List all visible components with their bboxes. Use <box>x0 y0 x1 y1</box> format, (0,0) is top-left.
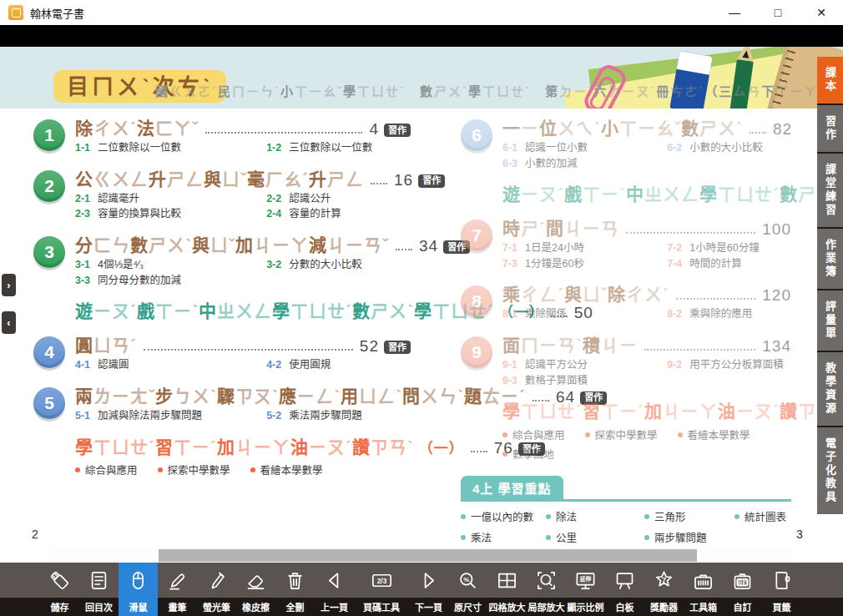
panel-collapse-arrow[interactable]: ‹ <box>2 311 16 334</box>
chapter-body: 時ㄕˊ間ㄐㄧㄢ1007-11日是24小時7-21小時是60分鐘7-31分鐘是60… <box>502 219 791 270</box>
workbook-badge[interactable]: 習作 <box>384 341 411 354</box>
section-link[interactable]: 7-4時間的計算 <box>667 258 791 271</box>
section-link[interactable]: 2-3容量的換算與比較 <box>75 208 266 221</box>
section-link[interactable]: 5-2乘法兩步驟問題 <box>266 410 411 423</box>
title-character: 小 <box>601 119 619 138</box>
section-link[interactable]: 5-1加減與除法兩步驟問題 <box>75 410 266 423</box>
sidebar-tab-習作[interactable]: 習作 <box>817 105 843 152</box>
section-link[interactable]: 1-2三位數除以一位數 <box>266 142 411 155</box>
chapter-number-chip[interactable]: 4 <box>33 336 65 368</box>
toolbar-button-下一頁[interactable]: 下一頁 <box>409 563 448 616</box>
chapter-page-number: 4 <box>369 121 379 137</box>
section-link[interactable]: 7-11日是24小時 <box>502 242 667 255</box>
sidebar-tab-評量單[interactable]: 評量單 <box>817 290 843 351</box>
section-link[interactable]: 1-1二位數除以一位數 <box>75 142 266 155</box>
minimize-button[interactable]: — <box>713 0 756 25</box>
section-number: 9-3 <box>502 375 517 388</box>
section-link[interactable]: 7-21小時是60分鐘 <box>667 242 791 255</box>
toolbar-button-工具箱[interactable]: 工具箱 <box>684 563 723 616</box>
toolbar-button-顯示比例[interactable]: 延伸顯示比例 <box>566 563 605 616</box>
chapter-title-row[interactable]: 乘ㄔㄥˊ與ㄩˇ除ㄔㄨˊ120 <box>502 285 791 304</box>
sidebar-tab-電子化教具[interactable]: 電子化教具 <box>817 427 843 514</box>
chapter-number-chip[interactable]: 1 <box>33 119 65 151</box>
section-link[interactable]: 7-31分鐘是60秒 <box>502 258 667 271</box>
zhuyin-annotation: ㄨㄣˋ <box>421 386 464 406</box>
title-character: 除 <box>608 285 626 304</box>
chapter-title-row[interactable]: 除ㄔㄨˊ法ㄈㄚˇ4習作 <box>75 119 411 138</box>
title-character: 習 <box>155 437 174 457</box>
section-link[interactable]: 9-1認識平方公分 <box>502 359 667 372</box>
horizontal-scrollbar-thumb[interactable] <box>159 549 697 562</box>
workbook-badge[interactable]: 習作 <box>418 174 445 188</box>
toolbar-button-局部放大[interactable]: 局部放大 <box>527 563 566 616</box>
toolbar-button-橡皮擦[interactable]: 橡皮擦 <box>236 563 275 616</box>
sidebar-tab-教學資源[interactable]: 教學資源 <box>817 352 843 426</box>
section-link[interactable]: 4-1認識圓 <box>75 359 266 372</box>
chapter-number-chip[interactable]: 5 <box>33 387 65 419</box>
toolbar-button-原尺寸[interactable]: %原尺寸 <box>448 563 487 616</box>
chapter-number-chip[interactable]: 2 <box>33 170 65 202</box>
chapter-entry: 1除ㄔㄨˊ法ㄈㄚˇ4習作1-1二位數除以一位數1-2三位數除以一位數 <box>33 119 411 155</box>
chapter-number-chip[interactable]: 3 <box>33 236 65 268</box>
chapter-title-row[interactable]: 分ㄈㄣ數ㄕㄨˋ與ㄩˇ加ㄐㄧㄚ減ㄐㄧㄢˇ34習作 <box>75 235 411 255</box>
section-link[interactable]: 8-1乘除關係 <box>502 308 667 321</box>
toolbar-button-上一頁[interactable]: 上一頁 <box>315 563 354 616</box>
chapter-title-row[interactable]: 時ㄕˊ間ㄐㄧㄢ100 <box>502 219 791 238</box>
chapter-title-row[interactable]: 兩ㄌㄧㄤˇ步ㄅㄨˋ驟ㄗㄡˋ應ㄧㄥˋ用ㄩㄥˋ問ㄨㄣˋ題ㄊㄧˊ64習作 <box>75 386 411 406</box>
title-character: 學 <box>75 437 93 457</box>
section-link[interactable]: 6-2小數的大小比較 <box>667 142 791 155</box>
toolbar-button-螢光筆[interactable]: 螢光筆 <box>197 563 236 616</box>
feature-title-row[interactable]: 學ㄒㄩㄝˊ習ㄒㄧˊ加ㄐㄧㄚ油ㄧㄡˊ讚ㄗㄢˋ （二）146 <box>502 401 791 422</box>
section-link[interactable]: 2-1認識毫升 <box>75 193 266 206</box>
sidebar-tab-課本[interactable]: 課本 <box>817 57 843 104</box>
chapter-title-row[interactable]: 公ㄍㄨㄥ升ㄕㄥ與ㄩˇ毫ㄏㄠˊ升ㄕㄥ16習作 <box>75 169 411 189</box>
sidebar-tab-課堂練習[interactable]: 課堂練習 <box>817 154 843 227</box>
title-bar: 翰林電子書 — □ ✕ <box>0 0 843 25</box>
chapter-title-row[interactable]: 一ㄧ位ㄨㄟˋ小ㄒㄧㄠˇ數ㄕㄨˋ82 <box>502 119 791 138</box>
section-link[interactable]: 9-3數格子算面積 <box>502 375 667 388</box>
toolbar-button-頁籤[interactable]: 頁籤 <box>762 563 801 616</box>
chapter-number-chip[interactable]: 8 <box>461 285 492 317</box>
section-link[interactable]: 9-2用平方公分板算面積 <box>667 359 791 372</box>
maximize-button[interactable]: □ <box>756 0 800 25</box>
title-character: 六 <box>593 84 608 98</box>
section-link[interactable]: 2-2認識公升 <box>266 193 411 206</box>
chapter-number-chip[interactable]: 6 <box>461 119 492 151</box>
workbook-badge[interactable]: 習作 <box>384 124 411 137</box>
toolbar-button-全刪[interactable]: 全刪 <box>275 563 315 616</box>
right-page-number: 3 <box>796 528 803 541</box>
sidebar-tab-作業簿[interactable]: 作業簿 <box>817 229 843 289</box>
close-button[interactable]: ✕ <box>800 0 843 25</box>
toolbar-button-獎勵器[interactable]: 7獎勵器 <box>644 563 684 616</box>
toolbar-button-回目次[interactable]: 回目次 <box>79 563 119 616</box>
window-controls: — □ ✕ <box>713 0 843 25</box>
feature-title-row[interactable]: 遊ㄧㄡˊ戲ㄒㄧˋ中ㄓㄨㄥ學ㄒㄩㄝˊ數ㄕㄨˋ學ㄒㄩㄝˊ （一）50 <box>75 301 411 321</box>
section-link[interactable]: 3-14個⅓是⁴⁄₃ <box>75 259 266 272</box>
toolbar-button-滑鼠[interactable]: 滑鼠 <box>119 563 158 616</box>
section-link[interactable]: 2-4容量的計算 <box>266 208 411 221</box>
feature-title-row[interactable]: 學ㄒㄩㄝˊ習ㄒㄧˊ加ㄐㄧㄚ油ㄧㄡˊ讚ㄗㄢˋ （一）76習作 <box>75 437 411 457</box>
toolbar-button-自訂[interactable]: 自訂自訂 <box>723 563 762 616</box>
section-link[interactable]: 4-2使用圓規 <box>266 359 411 372</box>
toolbar-button-頁碼工具[interactable]: 2/3頁碼工具 <box>354 563 409 616</box>
toolbar-button-儲存[interactable]: 儲存 <box>40 563 79 616</box>
chapter-title-row[interactable]: 面ㄇㄧㄢˋ積ㄐㄧ134 <box>502 336 791 355</box>
chapter-title-row[interactable]: 圓ㄩㄢˊ52習作 <box>75 336 411 355</box>
chapter-number-chip[interactable]: 9 <box>461 336 492 368</box>
resource-tab-bar: 課本習作課堂練習作業簿評量單教學資源電子化教具 <box>817 57 843 514</box>
toolbar-button-四格放大[interactable]: 四格放大 <box>487 563 527 616</box>
panel-expand-arrow[interactable]: › <box>2 274 16 296</box>
toolbar-button-白板[interactable]: 白板 <box>605 563 644 616</box>
bullet-dot <box>734 514 740 519</box>
chapter-number-chip[interactable]: 7 <box>461 220 492 251</box>
section-link[interactable]: 6-3小數的加減 <box>502 158 667 171</box>
feature-title-row[interactable]: 遊ㄧㄡˊ戲ㄒㄧˋ中ㄓㄨㄥ學ㄒㄩㄝˊ數ㄕㄨˋ學ㄒㄩㄝˊ （二）98 <box>502 184 791 204</box>
section-title: 用平方公分板算面積 <box>689 359 784 372</box>
title-character: 民 <box>218 84 232 98</box>
chapter-entry: 6一ㄧ位ㄨㄟˋ小ㄒㄧㄠˇ數ㄕㄨˋ826-1認識一位小數6-2小數的大小比較6-3… <box>461 119 791 170</box>
toolbar-button-畫筆[interactable]: 畫筆 <box>158 563 197 616</box>
section-link[interactable]: 8-2乘與除的應用 <box>667 308 791 321</box>
section-link[interactable]: 3-2分數的大小比較 <box>266 259 411 272</box>
section-link[interactable]: 3-3同分母分數的加減 <box>75 275 266 288</box>
section-link[interactable]: 6-1認識一位小數 <box>502 142 667 155</box>
